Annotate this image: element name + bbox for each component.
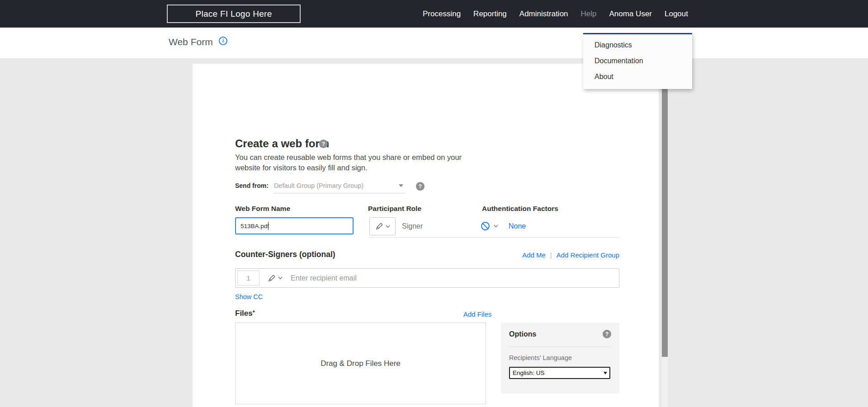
fi-logo-text: Place FI Logo Here — [195, 9, 272, 19]
chevron-down-icon — [278, 276, 283, 280]
web-form-name-field-wrap — [235, 217, 354, 234]
help-menu-item-about[interactable]: About — [583, 69, 692, 84]
create-web-form-panel: Create a web form ? You can create reusa… — [193, 64, 659, 407]
send-from-help-icon[interactable]: ? — [416, 182, 425, 191]
page-title: Web Form — [169, 37, 213, 47]
no-authentication-icon — [481, 221, 490, 231]
send-from-select[interactable]: Default Group (Primary Group) — [274, 181, 405, 193]
top-nav-menu: Processing Reporting Administration Help… — [423, 0, 688, 28]
send-from-label: Send from: — [235, 181, 269, 189]
chevron-down-icon — [399, 184, 403, 187]
pen-icon — [375, 222, 383, 230]
show-cc-link[interactable]: Show CC — [235, 293, 263, 300]
nav-item-help[interactable]: Help — [581, 9, 597, 19]
fi-logo-placeholder: Place FI Logo Here — [167, 5, 301, 23]
add-files-link[interactable]: Add Files — [463, 310, 492, 318]
heading-help-icon[interactable]: ? — [319, 140, 328, 148]
form-heading: Create a web form — [235, 137, 329, 150]
recipient-email-input[interactable] — [290, 274, 619, 283]
scrollbar-thumb[interactable] — [662, 64, 668, 357]
link-separator: | — [550, 251, 552, 259]
participant-role-row: Signer None — [369, 216, 619, 238]
options-divider — [509, 346, 611, 347]
send-from-value: Default Group (Primary Group) — [274, 182, 363, 189]
text-cursor — [268, 222, 269, 230]
counter-signer-actions: Add Me | Add Recipient Group — [522, 251, 619, 259]
authentication-factors-label: Authentication Factors — [482, 205, 558, 213]
required-asterisk: * — [253, 309, 255, 316]
options-help-icon[interactable]: ? — [603, 330, 611, 338]
files-label: Files* — [235, 309, 255, 318]
nav-item-reporting[interactable]: Reporting — [473, 9, 507, 19]
scrollbar-track[interactable] — [662, 64, 668, 407]
application-window: Place FI Logo Here Processing Reporting … — [0, 0, 868, 407]
chevron-down-icon — [494, 225, 498, 228]
form-description: You can create reusable web forms that y… — [235, 152, 472, 173]
authentication-dropdown[interactable] — [481, 221, 498, 231]
recipient-row: 1 — [235, 268, 619, 288]
counter-signers-heading: Counter-Signers (optional) — [235, 250, 335, 259]
dropzone-text: Drag & Drop Files Here — [321, 359, 401, 368]
help-menu-item-documentation[interactable]: Documentation — [583, 53, 692, 69]
nav-item-user[interactable]: Anoma User — [609, 9, 652, 19]
recipients-language-label: Recipients' Language — [509, 354, 611, 361]
nav-item-administration[interactable]: Administration — [519, 9, 568, 19]
authentication-value[interactable]: None — [509, 222, 526, 230]
nav-item-logout[interactable]: Logout — [665, 9, 688, 19]
options-panel: Options ? Recipients' Language English: … — [501, 323, 619, 393]
participant-role-label: Participant Role — [368, 205, 421, 213]
help-dropdown-menu: Diagnostics Documentation About — [583, 33, 692, 89]
chevron-down-icon — [386, 225, 390, 228]
participant-role-dropdown[interactable] — [369, 217, 396, 235]
recipient-index: 1 — [237, 271, 259, 285]
add-me-link[interactable]: Add Me — [522, 251, 546, 259]
options-header: Options ? — [509, 330, 611, 338]
top-navigation-bar: Place FI Logo Here Processing Reporting … — [0, 0, 868, 28]
nav-item-processing[interactable]: Processing — [423, 9, 461, 19]
help-menu-item-diagnostics[interactable]: Diagnostics — [583, 37, 692, 53]
language-select-wrap: English: US — [509, 367, 610, 379]
page-header-bar: Web Form i — [0, 28, 868, 58]
add-recipient-group-link[interactable]: Add Recipient Group — [557, 251, 619, 259]
web-form-name-label: Web Form Name — [235, 205, 290, 213]
participant-role-value: Signer — [402, 222, 423, 230]
pen-icon — [268, 274, 276, 282]
options-title: Options — [509, 330, 536, 338]
language-select[interactable]: English: US — [509, 367, 610, 379]
files-label-text: Files — [235, 309, 253, 318]
info-icon[interactable]: i — [219, 37, 227, 45]
file-dropzone[interactable]: Drag & Drop Files Here — [235, 323, 486, 404]
send-from-row: Send from: Default Group (Primary Group)… — [235, 181, 425, 193]
web-form-name-input[interactable] — [235, 217, 354, 234]
recipient-role-dropdown[interactable] — [268, 274, 283, 282]
